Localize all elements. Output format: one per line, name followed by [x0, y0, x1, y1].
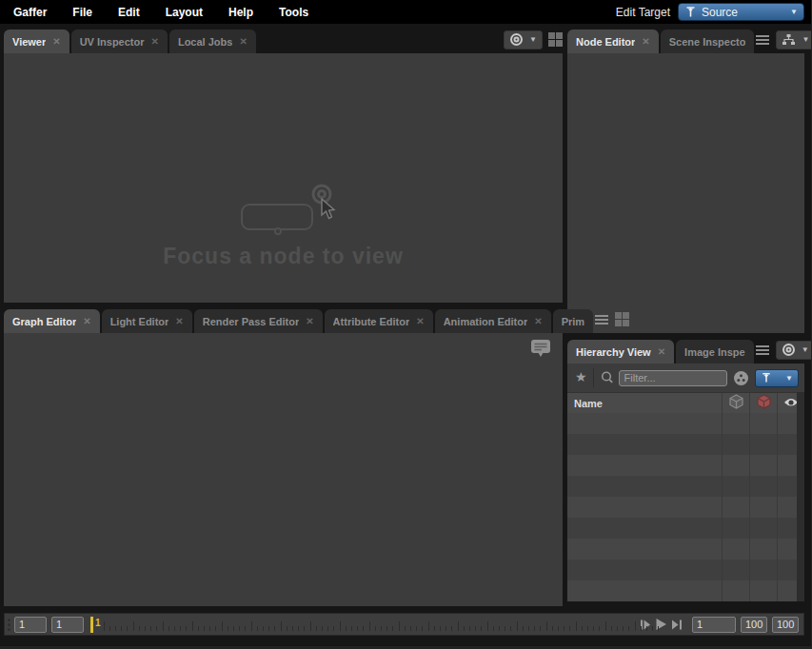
- annotation-bubble-icon[interactable]: [530, 339, 551, 363]
- ruler-tick: [121, 626, 122, 631]
- tab-overflow-menu-icon[interactable]: [595, 314, 608, 325]
- scene-end-field[interactable]: 100: [772, 617, 799, 633]
- tab-animation-editor[interactable]: Animation Editor✕: [435, 309, 551, 333]
- tab-render-pass-editor[interactable]: Render Pass Editor✕: [194, 309, 323, 333]
- close-icon[interactable]: ✕: [175, 316, 183, 326]
- current-frame-field[interactable]: 1: [692, 617, 736, 633]
- menu-file[interactable]: File: [72, 6, 92, 19]
- table-row[interactable]: [567, 580, 804, 601]
- ruler-tick: [357, 626, 358, 631]
- frame-ruler[interactable]: [102, 614, 636, 635]
- ruler-tick: [228, 626, 228, 631]
- node-editor-tabbar-tools: ▼: [756, 29, 812, 53]
- tab-light-editor[interactable]: Light Editor✕: [102, 309, 192, 333]
- close-icon[interactable]: ✕: [642, 36, 649, 47]
- menu-gaffer[interactable]: Gaffer: [13, 6, 47, 19]
- edit-target-value: Source: [702, 6, 790, 19]
- settings-dots-icon[interactable]: [733, 370, 749, 386]
- tab-scene-inspecto[interactable]: Scene Inspecto: [661, 30, 755, 53]
- hierarchy-table-header: Name: [567, 392, 804, 413]
- menu-layout[interactable]: Layout: [166, 6, 203, 19]
- inclusions-column-header[interactable]: [722, 393, 749, 413]
- graph-editor-canvas[interactable]: [4, 333, 563, 606]
- tab-hierarchy-view[interactable]: Hierarchy View✕: [567, 340, 674, 364]
- ruler-tick: [416, 626, 417, 631]
- table-row[interactable]: [567, 434, 804, 455]
- tab-attribute-editor[interactable]: Attribute Editor✕: [325, 309, 433, 333]
- scrollbar[interactable]: [797, 392, 804, 601]
- tab-overflow-menu-icon[interactable]: [756, 344, 769, 356]
- chevron-down-icon: ▼: [785, 374, 793, 383]
- playhead[interactable]: [90, 617, 93, 633]
- ruler-tick: [469, 626, 470, 631]
- skip-to-end-icon[interactable]: [671, 619, 683, 631]
- close-icon[interactable]: ✕: [52, 36, 60, 47]
- menu-tools[interactable]: Tools: [279, 6, 308, 19]
- table-row[interactable]: [567, 518, 804, 539]
- tab-viewer[interactable]: Viewer✕: [4, 30, 69, 53]
- tab-label: Animation Editor: [444, 316, 528, 327]
- table-row[interactable]: [567, 413, 804, 434]
- close-icon[interactable]: ✕: [83, 316, 90, 326]
- edit-target-dropdown[interactable]: Source ▼: [678, 3, 804, 21]
- playback-start-field[interactable]: 1: [51, 617, 84, 633]
- close-icon[interactable]: ✕: [658, 346, 665, 357]
- ruler-tick: [540, 626, 541, 631]
- name-cell: [567, 497, 722, 518]
- menu-help[interactable]: Help: [228, 6, 253, 19]
- name-column-header[interactable]: Name: [567, 393, 722, 413]
- ruler-tick: [552, 626, 553, 631]
- edit-scope-dropdown[interactable]: ▼: [755, 369, 799, 387]
- ruler-tick: [546, 621, 547, 631]
- chevron-down-icon: ▼: [529, 35, 537, 44]
- ruler-tick: [180, 626, 181, 631]
- tab-node-editor[interactable]: Node Editor✕: [567, 30, 659, 53]
- close-icon[interactable]: ✕: [534, 316, 542, 326]
- viewer-empty-message: Focus a node to view: [4, 244, 563, 269]
- node-graph-dropdown-button[interactable]: ▼: [776, 30, 812, 49]
- tab-uv-inspector[interactable]: UV Inspector✕: [71, 30, 168, 53]
- playback-end-field[interactable]: 100: [741, 617, 767, 633]
- table-row[interactable]: [567, 539, 804, 560]
- close-icon[interactable]: ✕: [239, 36, 247, 47]
- tab-image-inspe[interactable]: Image Inspe: [676, 340, 754, 364]
- table-row[interactable]: [567, 455, 804, 476]
- graph-editor-tabbar-tools: [595, 308, 629, 333]
- ruler-tick: [434, 626, 435, 631]
- filter-input[interactable]: [619, 370, 727, 386]
- play-icon[interactable]: [655, 618, 667, 631]
- ruler-tick: [440, 626, 441, 631]
- layout-grid-icon[interactable]: [548, 32, 563, 47]
- close-icon[interactable]: ✕: [306, 316, 313, 326]
- close-icon[interactable]: ✕: [151, 36, 159, 47]
- table-row[interactable]: [567, 476, 804, 497]
- name-cell: [567, 518, 722, 539]
- layout-grid-icon[interactable]: [615, 312, 629, 326]
- tab-prim[interactable]: Prim: [553, 309, 593, 333]
- viewer-panel: Viewer✕UV Inspector✕Local Jobs✕ ▼: [4, 29, 563, 303]
- scene-start-field[interactable]: 1: [14, 617, 47, 633]
- search-icon: [600, 370, 615, 385]
- table-row[interactable]: [567, 497, 804, 518]
- viewer-canvas[interactable]: Focus a node to view: [4, 53, 563, 303]
- exclusions-cell: [749, 580, 777, 601]
- drag-handle-icon[interactable]: [8, 618, 10, 632]
- hierarchy-body: ★ ▼ Name: [567, 364, 804, 601]
- graph-editor-panel: Graph Editor✕Light Editor✕Render Pass Ed…: [4, 308, 563, 606]
- ruler-tick: [139, 626, 140, 631]
- table-row[interactable]: [567, 560, 804, 580]
- viewer-target-dropdown-button[interactable]: ▼: [504, 30, 543, 49]
- edit-scope-tack-icon: [684, 6, 697, 18]
- tab-graph-editor[interactable]: Graph Editor✕: [4, 309, 100, 333]
- close-icon[interactable]: ✕: [416, 316, 424, 326]
- tab-overflow-menu-icon[interactable]: [756, 34, 769, 46]
- hierarchy-target-dropdown-button[interactable]: ▼: [776, 341, 812, 360]
- menu-edit[interactable]: Edit: [118, 6, 140, 19]
- name-cell: [567, 413, 722, 434]
- ruler-tick: [369, 621, 370, 631]
- exclusions-column-header[interactable]: [749, 393, 777, 413]
- ruler-tick: [523, 626, 524, 631]
- tab-local-jobs[interactable]: Local Jobs✕: [169, 30, 256, 53]
- bookmark-star-icon[interactable]: ★: [575, 369, 587, 384]
- ruler-tick: [517, 621, 518, 631]
